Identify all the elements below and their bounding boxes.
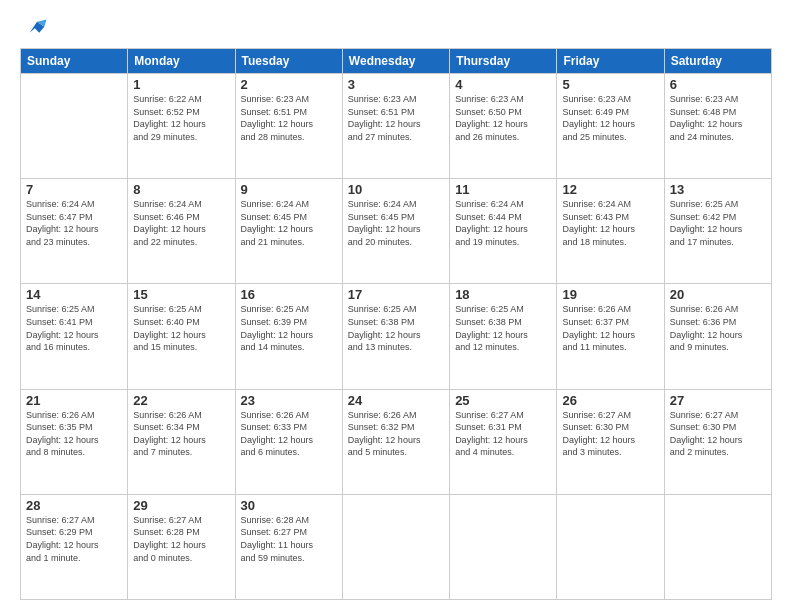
calendar-week-row: 7Sunrise: 6:24 AM Sunset: 6:47 PM Daylig… bbox=[21, 179, 772, 284]
day-number: 10 bbox=[348, 182, 444, 197]
day-info: Sunrise: 6:24 AM Sunset: 6:45 PM Dayligh… bbox=[348, 198, 444, 248]
day-info: Sunrise: 6:27 AM Sunset: 6:31 PM Dayligh… bbox=[455, 409, 551, 459]
calendar-cell: 18Sunrise: 6:25 AM Sunset: 6:38 PM Dayli… bbox=[450, 284, 557, 389]
day-number: 15 bbox=[133, 287, 229, 302]
day-info: Sunrise: 6:27 AM Sunset: 6:30 PM Dayligh… bbox=[562, 409, 658, 459]
calendar-cell: 6Sunrise: 6:23 AM Sunset: 6:48 PM Daylig… bbox=[664, 74, 771, 179]
calendar-week-row: 21Sunrise: 6:26 AM Sunset: 6:35 PM Dayli… bbox=[21, 389, 772, 494]
day-number: 30 bbox=[241, 498, 337, 513]
day-info: Sunrise: 6:25 AM Sunset: 6:42 PM Dayligh… bbox=[670, 198, 766, 248]
calendar-cell: 20Sunrise: 6:26 AM Sunset: 6:36 PM Dayli… bbox=[664, 284, 771, 389]
calendar-cell: 15Sunrise: 6:25 AM Sunset: 6:40 PM Dayli… bbox=[128, 284, 235, 389]
day-info: Sunrise: 6:24 AM Sunset: 6:47 PM Dayligh… bbox=[26, 198, 122, 248]
calendar-cell: 30Sunrise: 6:28 AM Sunset: 6:27 PM Dayli… bbox=[235, 494, 342, 599]
calendar-cell: 22Sunrise: 6:26 AM Sunset: 6:34 PM Dayli… bbox=[128, 389, 235, 494]
day-number: 7 bbox=[26, 182, 122, 197]
calendar-cell: 27Sunrise: 6:27 AM Sunset: 6:30 PM Dayli… bbox=[664, 389, 771, 494]
calendar-cell: 9Sunrise: 6:24 AM Sunset: 6:45 PM Daylig… bbox=[235, 179, 342, 284]
calendar-week-row: 1Sunrise: 6:22 AM Sunset: 6:52 PM Daylig… bbox=[21, 74, 772, 179]
calendar-cell bbox=[664, 494, 771, 599]
day-info: Sunrise: 6:27 AM Sunset: 6:28 PM Dayligh… bbox=[133, 514, 229, 564]
day-info: Sunrise: 6:22 AM Sunset: 6:52 PM Dayligh… bbox=[133, 93, 229, 143]
calendar-cell bbox=[342, 494, 449, 599]
page: SundayMondayTuesdayWednesdayThursdayFrid… bbox=[0, 0, 792, 612]
day-number: 9 bbox=[241, 182, 337, 197]
calendar-cell: 17Sunrise: 6:25 AM Sunset: 6:38 PM Dayli… bbox=[342, 284, 449, 389]
calendar-cell: 21Sunrise: 6:26 AM Sunset: 6:35 PM Dayli… bbox=[21, 389, 128, 494]
calendar-cell: 12Sunrise: 6:24 AM Sunset: 6:43 PM Dayli… bbox=[557, 179, 664, 284]
calendar-cell: 16Sunrise: 6:25 AM Sunset: 6:39 PM Dayli… bbox=[235, 284, 342, 389]
calendar-cell: 7Sunrise: 6:24 AM Sunset: 6:47 PM Daylig… bbox=[21, 179, 128, 284]
calendar-cell: 13Sunrise: 6:25 AM Sunset: 6:42 PM Dayli… bbox=[664, 179, 771, 284]
calendar-header-row: SundayMondayTuesdayWednesdayThursdayFrid… bbox=[21, 49, 772, 74]
calendar-cell: 4Sunrise: 6:23 AM Sunset: 6:50 PM Daylig… bbox=[450, 74, 557, 179]
day-number: 22 bbox=[133, 393, 229, 408]
day-info: Sunrise: 6:24 AM Sunset: 6:43 PM Dayligh… bbox=[562, 198, 658, 248]
weekday-header-wednesday: Wednesday bbox=[342, 49, 449, 74]
top-section bbox=[20, 18, 772, 40]
calendar-cell: 2Sunrise: 6:23 AM Sunset: 6:51 PM Daylig… bbox=[235, 74, 342, 179]
day-number: 6 bbox=[670, 77, 766, 92]
day-number: 1 bbox=[133, 77, 229, 92]
calendar-cell: 1Sunrise: 6:22 AM Sunset: 6:52 PM Daylig… bbox=[128, 74, 235, 179]
calendar-cell: 28Sunrise: 6:27 AM Sunset: 6:29 PM Dayli… bbox=[21, 494, 128, 599]
day-info: Sunrise: 6:23 AM Sunset: 6:50 PM Dayligh… bbox=[455, 93, 551, 143]
day-number: 4 bbox=[455, 77, 551, 92]
calendar-cell bbox=[557, 494, 664, 599]
day-info: Sunrise: 6:28 AM Sunset: 6:27 PM Dayligh… bbox=[241, 514, 337, 564]
logo bbox=[20, 18, 48, 40]
day-info: Sunrise: 6:26 AM Sunset: 6:36 PM Dayligh… bbox=[670, 303, 766, 353]
day-number: 5 bbox=[562, 77, 658, 92]
day-info: Sunrise: 6:26 AM Sunset: 6:34 PM Dayligh… bbox=[133, 409, 229, 459]
day-number: 25 bbox=[455, 393, 551, 408]
day-number: 11 bbox=[455, 182, 551, 197]
weekday-header-monday: Monday bbox=[128, 49, 235, 74]
calendar-cell: 29Sunrise: 6:27 AM Sunset: 6:28 PM Dayli… bbox=[128, 494, 235, 599]
day-info: Sunrise: 6:26 AM Sunset: 6:35 PM Dayligh… bbox=[26, 409, 122, 459]
day-info: Sunrise: 6:27 AM Sunset: 6:29 PM Dayligh… bbox=[26, 514, 122, 564]
day-info: Sunrise: 6:24 AM Sunset: 6:45 PM Dayligh… bbox=[241, 198, 337, 248]
day-number: 26 bbox=[562, 393, 658, 408]
day-info: Sunrise: 6:25 AM Sunset: 6:41 PM Dayligh… bbox=[26, 303, 122, 353]
day-number: 16 bbox=[241, 287, 337, 302]
calendar-table: SundayMondayTuesdayWednesdayThursdayFrid… bbox=[20, 48, 772, 600]
calendar-cell: 10Sunrise: 6:24 AM Sunset: 6:45 PM Dayli… bbox=[342, 179, 449, 284]
day-number: 24 bbox=[348, 393, 444, 408]
day-info: Sunrise: 6:24 AM Sunset: 6:44 PM Dayligh… bbox=[455, 198, 551, 248]
day-info: Sunrise: 6:26 AM Sunset: 6:32 PM Dayligh… bbox=[348, 409, 444, 459]
day-number: 23 bbox=[241, 393, 337, 408]
logo-bird-icon bbox=[26, 18, 48, 40]
calendar-cell: 11Sunrise: 6:24 AM Sunset: 6:44 PM Dayli… bbox=[450, 179, 557, 284]
day-number: 28 bbox=[26, 498, 122, 513]
calendar-cell: 24Sunrise: 6:26 AM Sunset: 6:32 PM Dayli… bbox=[342, 389, 449, 494]
calendar-cell bbox=[450, 494, 557, 599]
day-info: Sunrise: 6:27 AM Sunset: 6:30 PM Dayligh… bbox=[670, 409, 766, 459]
day-number: 2 bbox=[241, 77, 337, 92]
day-info: Sunrise: 6:23 AM Sunset: 6:51 PM Dayligh… bbox=[241, 93, 337, 143]
day-info: Sunrise: 6:25 AM Sunset: 6:39 PM Dayligh… bbox=[241, 303, 337, 353]
day-info: Sunrise: 6:24 AM Sunset: 6:46 PM Dayligh… bbox=[133, 198, 229, 248]
day-number: 13 bbox=[670, 182, 766, 197]
day-number: 21 bbox=[26, 393, 122, 408]
weekday-header-friday: Friday bbox=[557, 49, 664, 74]
day-info: Sunrise: 6:25 AM Sunset: 6:38 PM Dayligh… bbox=[455, 303, 551, 353]
day-number: 17 bbox=[348, 287, 444, 302]
day-number: 8 bbox=[133, 182, 229, 197]
day-info: Sunrise: 6:25 AM Sunset: 6:40 PM Dayligh… bbox=[133, 303, 229, 353]
day-info: Sunrise: 6:26 AM Sunset: 6:33 PM Dayligh… bbox=[241, 409, 337, 459]
day-number: 14 bbox=[26, 287, 122, 302]
calendar-cell: 14Sunrise: 6:25 AM Sunset: 6:41 PM Dayli… bbox=[21, 284, 128, 389]
calendar-cell bbox=[21, 74, 128, 179]
day-number: 3 bbox=[348, 77, 444, 92]
day-info: Sunrise: 6:23 AM Sunset: 6:51 PM Dayligh… bbox=[348, 93, 444, 143]
calendar-cell: 23Sunrise: 6:26 AM Sunset: 6:33 PM Dayli… bbox=[235, 389, 342, 494]
weekday-header-saturday: Saturday bbox=[664, 49, 771, 74]
day-number: 19 bbox=[562, 287, 658, 302]
calendar-cell: 25Sunrise: 6:27 AM Sunset: 6:31 PM Dayli… bbox=[450, 389, 557, 494]
calendar-cell: 5Sunrise: 6:23 AM Sunset: 6:49 PM Daylig… bbox=[557, 74, 664, 179]
day-number: 18 bbox=[455, 287, 551, 302]
calendar-cell: 19Sunrise: 6:26 AM Sunset: 6:37 PM Dayli… bbox=[557, 284, 664, 389]
calendar-cell: 8Sunrise: 6:24 AM Sunset: 6:46 PM Daylig… bbox=[128, 179, 235, 284]
calendar-cell: 26Sunrise: 6:27 AM Sunset: 6:30 PM Dayli… bbox=[557, 389, 664, 494]
weekday-header-tuesday: Tuesday bbox=[235, 49, 342, 74]
